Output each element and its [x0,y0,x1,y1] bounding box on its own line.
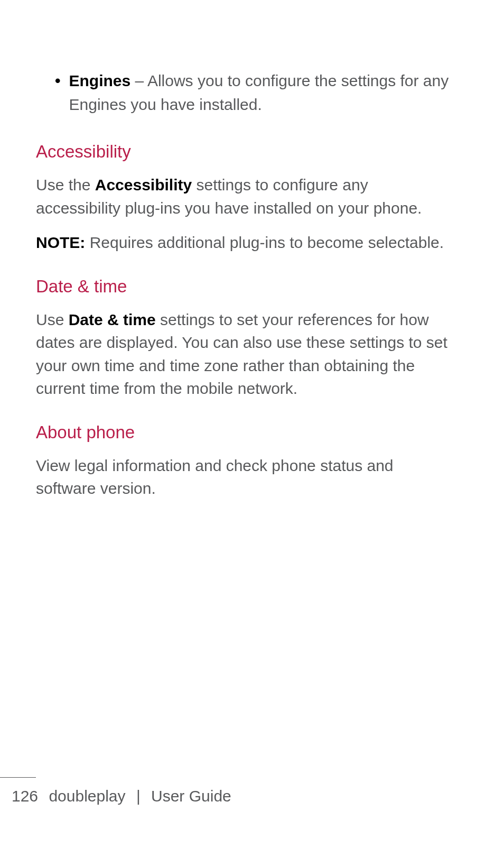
page-content: • Engines – Allows you to configure the … [0,0,504,500]
bullet-text: Engines – Allows you to configure the se… [69,69,456,116]
accessibility-paragraph: Use the Accessibility settings to config… [36,173,456,219]
datetime-bold: Date & time [69,311,156,328]
footer-divider [0,777,36,778]
page-number: 126 [12,787,38,805]
accessibility-bold: Accessibility [95,176,192,193]
bullet-label: Engines [69,72,131,89]
about-paragraph: View legal information and check phone s… [36,454,456,500]
footer-doc-title: User Guide [151,787,231,805]
heading-datetime: Date & time [36,277,456,297]
page-footer: 126 doubleplay | User Guide [0,777,504,805]
bullet-marker: • [55,69,61,116]
datetime-paragraph: Use Date & time settings to set your ref… [36,308,456,400]
accessibility-prefix: Use the [36,176,95,193]
footer-separator: | [136,787,141,805]
footer-product: doubleplay [49,787,125,805]
bullet-engines: • Engines – Allows you to configure the … [55,69,456,116]
note-label: NOTE: [36,234,85,251]
heading-accessibility: Accessibility [36,142,456,162]
accessibility-note: NOTE: Requires additional plug-ins to be… [36,231,456,254]
datetime-prefix: Use [36,311,69,328]
footer-text: 126 doubleplay | User Guide [0,787,504,805]
heading-about: About phone [36,422,456,443]
note-text: Requires additional plug-ins to become s… [85,234,444,251]
